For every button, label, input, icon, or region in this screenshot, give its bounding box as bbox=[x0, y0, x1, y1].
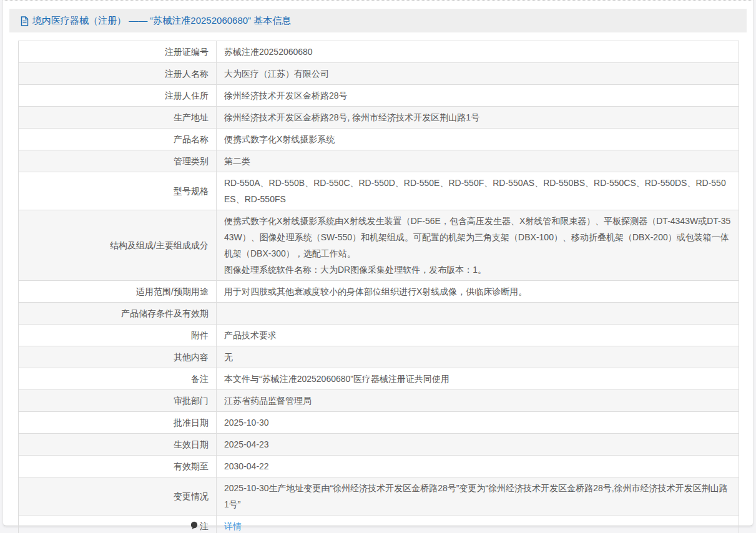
page-title-bar: 境内医疗器械（注册） —— “苏械注准20252060680” 基本信息 bbox=[9, 9, 747, 32]
detail-link[interactable]: 详情 bbox=[224, 521, 242, 531]
table-row: 适用范围/预期用途 用于对四肢或其他衰减度较小的身体部位组织进行X射线成像，供临… bbox=[19, 281, 739, 303]
table-row: 有效期至 2030-04-22 bbox=[19, 456, 739, 477]
row-label-cell: 管理类别 bbox=[19, 150, 217, 172]
row-label: 适用范围/预期用途 bbox=[136, 286, 209, 296]
row-value: 2025-04-23 bbox=[224, 439, 269, 449]
row-label: 生产地址 bbox=[174, 112, 209, 122]
row-label-cell: 其他内容 bbox=[19, 346, 217, 368]
row-value-cell: RD-550A、RD-550B、RD-550C、RD-550D、RD-550E、… bbox=[217, 172, 739, 210]
info-table-body: 注册证编号 苏械注准20252060680 注册人名称 大为医疗（江苏）有限公司… bbox=[19, 41, 739, 533]
row-value-cell: 2030-04-22 bbox=[217, 456, 739, 477]
row-value: 便携式数字化X射线摄影系统由X射线发生装置（DF-56E，包含高压发生器、X射线… bbox=[224, 216, 730, 275]
row-value: 大为医疗（江苏）有限公司 bbox=[224, 69, 329, 79]
row-value: 江苏省药品监督管理局 bbox=[224, 396, 312, 406]
row-value-cell: 徐州经济技术开发区金桥路28号 bbox=[217, 85, 739, 107]
table-row: 审批部门 江苏省药品监督管理局 bbox=[19, 390, 739, 412]
table-row: 其他内容 无 bbox=[19, 346, 739, 368]
row-label-cell: 适用范围/预期用途 bbox=[19, 281, 217, 303]
row-label: 批准日期 bbox=[174, 418, 209, 428]
row-value-cell: 第二类 bbox=[217, 150, 739, 172]
row-label-cell: 批准日期 bbox=[19, 412, 217, 434]
row-value: 2030-04-22 bbox=[224, 461, 269, 471]
row-label: 结构及组成/主要组成成分 bbox=[110, 240, 209, 250]
table-row: 变更情况 2025-10-30生产地址变更由“徐州经济技术开发区金桥路28号”变… bbox=[19, 477, 739, 516]
document-icon bbox=[20, 16, 29, 26]
row-value: 第二类 bbox=[224, 156, 250, 166]
table-row: 注册人住所 徐州经济技术开发区金桥路28号 bbox=[19, 85, 739, 107]
row-label-cell: 产品储存条件及有效期 bbox=[19, 303, 217, 325]
row-value: RD-550A、RD-550B、RD-550C、RD-550D、RD-550E、… bbox=[224, 178, 726, 204]
row-value: 苏械注准20252060680 bbox=[224, 47, 313, 57]
table-row: 结构及组成/主要组成成分 便携式数字化X射线摄影系统由X射线发生装置（DF-56… bbox=[19, 210, 739, 281]
row-label-cell: 备注 bbox=[19, 368, 217, 390]
row-label: 生效日期 bbox=[174, 439, 209, 449]
row-value: 用于对四肢或其他衰减度较小的身体部位组织进行X射线成像，供临床诊断用。 bbox=[224, 286, 527, 296]
row-label-cell: 注册证编号 bbox=[19, 41, 217, 63]
table-row: 注册证编号 苏械注准20252060680 bbox=[19, 41, 739, 63]
table-row: 产品储存条件及有效期 bbox=[19, 303, 739, 325]
table-row: 注 详情 bbox=[19, 516, 739, 533]
table-row: 注册人名称 大为医疗（江苏）有限公司 bbox=[19, 63, 739, 85]
row-label-cell: 型号规格 bbox=[19, 172, 217, 210]
row-value-cell: 2025-10-30 bbox=[217, 412, 739, 434]
note-icon bbox=[190, 519, 198, 533]
row-value-cell: 用于对四肢或其他衰减度较小的身体部位组织进行X射线成像，供临床诊断用。 bbox=[217, 281, 739, 303]
row-label-cell: 审批部门 bbox=[19, 390, 217, 412]
row-label-cell: 注 bbox=[19, 516, 217, 533]
row-value: 2025-10-30 bbox=[224, 418, 269, 428]
row-label-cell: 生产地址 bbox=[19, 107, 217, 129]
row-value-cell: 本文件与“苏械注准20252060680”医疗器械注册证共同使用 bbox=[217, 368, 739, 390]
row-label-cell: 注册人名称 bbox=[19, 63, 217, 85]
row-label: 注册人名称 bbox=[165, 69, 209, 79]
row-label: 变更情况 bbox=[174, 491, 209, 501]
row-label-cell: 有效期至 bbox=[19, 456, 217, 477]
row-value-cell: 详情 bbox=[217, 516, 739, 533]
row-value-cell: 2025-04-23 bbox=[217, 434, 739, 456]
row-label-cell: 变更情况 bbox=[19, 477, 217, 516]
row-label: 管理类别 bbox=[174, 156, 209, 166]
table-row: 附件 产品技术要求 bbox=[19, 325, 739, 346]
row-value-cell: 苏械注准20252060680 bbox=[217, 41, 739, 63]
registration-info-table: 注册证编号 苏械注准20252060680 注册人名称 大为医疗（江苏）有限公司… bbox=[18, 41, 739, 533]
table-row: 批准日期 2025-10-30 bbox=[19, 412, 739, 434]
row-value: 徐州经济技术开发区金桥路28号, 徐州市经济技术开发区荆山路1号 bbox=[224, 112, 479, 122]
row-label: 备注 bbox=[191, 374, 209, 384]
table-row: 型号规格 RD-550A、RD-550B、RD-550C、RD-550D、RD-… bbox=[19, 172, 739, 210]
table-row: 生效日期 2025-04-23 bbox=[19, 434, 739, 456]
registration-info-card: 境内医疗器械（注册） —— “苏械注准20252060680” 基本信息 注册证… bbox=[2, 0, 754, 526]
row-label: 注 bbox=[200, 521, 209, 531]
row-label: 注册人住所 bbox=[165, 90, 209, 100]
table-row: 管理类别 第二类 bbox=[19, 150, 739, 172]
row-value-cell: 2025-10-30生产地址变更由“徐州经济技术开发区金桥路28号”变更为“徐州… bbox=[217, 477, 739, 516]
row-label-cell: 结构及组成/主要组成成分 bbox=[19, 210, 217, 281]
row-value-cell: 无 bbox=[217, 346, 739, 368]
row-label: 其他内容 bbox=[174, 352, 209, 362]
row-label: 审批部门 bbox=[174, 396, 209, 406]
row-value: 产品技术要求 bbox=[224, 330, 277, 340]
table-row: 生产地址 徐州经济技术开发区金桥路28号, 徐州市经济技术开发区荆山路1号 bbox=[19, 107, 739, 129]
row-label: 型号规格 bbox=[174, 186, 209, 196]
row-value-cell: 便携式数字化X射线摄影系统由X射线发生装置（DF-56E，包含高压发生器、X射线… bbox=[217, 210, 739, 281]
row-label-cell: 生效日期 bbox=[19, 434, 217, 456]
row-value: 便携式数字化X射线摄影系统 bbox=[224, 134, 335, 144]
page-title: 境内医疗器械（注册） —— “苏械注准20252060680” 基本信息 bbox=[32, 15, 291, 27]
table-row: 产品名称 便携式数字化X射线摄影系统 bbox=[19, 129, 739, 150]
row-value: 本文件与“苏械注准20252060680”医疗器械注册证共同使用 bbox=[224, 374, 449, 384]
row-label: 注册证编号 bbox=[165, 47, 209, 57]
row-value-cell: 便携式数字化X射线摄影系统 bbox=[217, 129, 739, 150]
row-label-cell: 附件 bbox=[19, 325, 217, 346]
row-value: 无 bbox=[224, 352, 233, 362]
row-value-cell: 徐州经济技术开发区金桥路28号, 徐州市经济技术开发区荆山路1号 bbox=[217, 107, 739, 129]
row-label-cell: 注册人住所 bbox=[19, 85, 217, 107]
row-value-cell: 江苏省药品监督管理局 bbox=[217, 390, 739, 412]
row-value-cell bbox=[217, 303, 739, 325]
row-value-cell: 大为医疗（江苏）有限公司 bbox=[217, 63, 739, 85]
row-label: 附件 bbox=[191, 330, 209, 340]
row-label-cell: 产品名称 bbox=[19, 129, 217, 150]
row-label: 有效期至 bbox=[174, 461, 209, 471]
row-value-cell: 产品技术要求 bbox=[217, 325, 739, 346]
row-label: 产品名称 bbox=[174, 134, 209, 144]
table-row: 备注 本文件与“苏械注准20252060680”医疗器械注册证共同使用 bbox=[19, 368, 739, 390]
row-value: 徐州经济技术开发区金桥路28号 bbox=[224, 90, 348, 100]
row-label: 产品储存条件及有效期 bbox=[121, 308, 209, 318]
